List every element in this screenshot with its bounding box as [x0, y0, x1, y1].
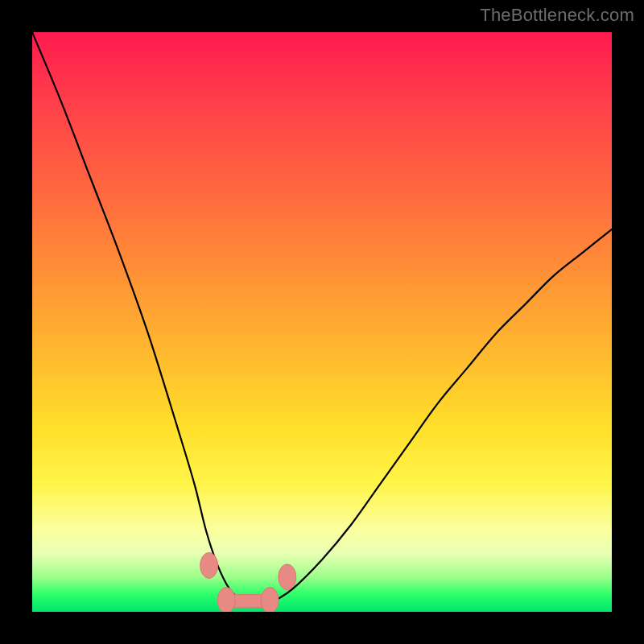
curve-layer	[32, 32, 612, 612]
optimum-marker-0	[200, 552, 218, 578]
chart-frame: TheBottleneck.com	[0, 0, 644, 644]
optimum-marker-2	[261, 588, 279, 612]
optimum-marker-1	[217, 588, 235, 612]
optimum-markers	[200, 552, 296, 612]
bottleneck-curve	[32, 32, 612, 607]
watermark-text: TheBottleneck.com	[480, 5, 634, 26]
plot-area	[32, 32, 612, 612]
optimum-marker-3	[279, 564, 296, 590]
